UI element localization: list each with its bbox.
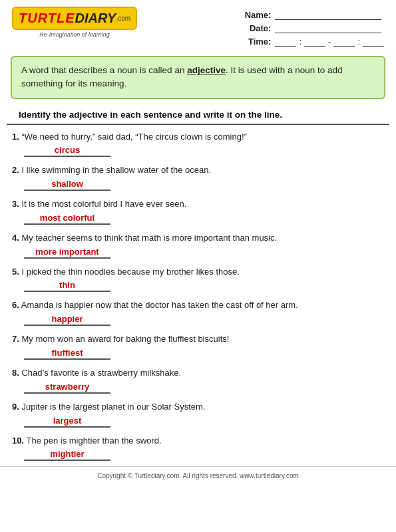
time-label: Time: xyxy=(244,37,271,47)
definition-intro: A word that describes a noun is called a… xyxy=(21,65,187,75)
date-line: Date: xyxy=(244,23,384,33)
question-item: 3. It is the most colorful bird I have e… xyxy=(12,195,384,225)
logo-diary: DIARY xyxy=(75,11,116,26)
answer-underline[interactable]: fluffiest xyxy=(24,348,110,360)
question-item: 7. My mom won an award for baking the fl… xyxy=(12,330,384,360)
time-colon-1: : xyxy=(299,37,301,47)
definition-keyword: adjective xyxy=(187,65,226,75)
definition-box: A word that describes a noun is called a… xyxy=(11,56,385,99)
question-item: 8. Chad’s favorite is a strawberry milks… xyxy=(12,364,384,394)
question-item: 1. “We need to hurry,” said dad, “The ci… xyxy=(12,128,384,158)
question-text: 5. I picked the thin noodles because my … xyxy=(12,263,384,279)
logo-com: .com xyxy=(116,15,130,22)
name-underline[interactable] xyxy=(275,9,381,20)
answer-underline[interactable]: more important xyxy=(24,247,110,259)
date-underline[interactable] xyxy=(275,23,381,33)
time-fields: : - : xyxy=(275,36,384,47)
time-seg-1[interactable] xyxy=(275,36,296,47)
question-text: 10. The pen is mightier than the sword. xyxy=(12,432,384,448)
question-text: 9. Jupiter is the largest planet in our … xyxy=(12,398,384,414)
time-seg-3[interactable] xyxy=(333,36,355,47)
question-item: 6. Amanda is happier now that the doctor… xyxy=(12,296,384,326)
answer-line: shallow xyxy=(12,179,384,191)
question-number: 8. xyxy=(12,368,19,378)
instruction-text: Identify the adjective in each sentence … xyxy=(7,104,389,125)
form-fields: Name: Date: Time: : - : xyxy=(244,7,384,47)
questions-list: 1. “We need to hurry,” said dad, “The ci… xyxy=(0,125,396,462)
question-text: 3. It is the most colorful bird I have e… xyxy=(12,195,384,211)
question-text: 4. My teacher seems to think that math i… xyxy=(12,229,384,245)
answer-line: more important xyxy=(12,247,384,259)
question-number: 2. xyxy=(12,165,19,175)
answer-text: happier xyxy=(52,314,83,324)
answer-text: circus xyxy=(55,145,80,155)
question-text: 8. Chad’s favorite is a strawberry milks… xyxy=(12,364,384,380)
question-text: 6. Amanda is happier now that the doctor… xyxy=(12,296,384,313)
time-colon-2: : xyxy=(357,37,360,47)
question-item: 9. Jupiter is the largest planet in our … xyxy=(12,398,384,428)
answer-underline[interactable]: happier xyxy=(24,314,110,326)
answer-underline[interactable]: largest xyxy=(24,416,110,428)
answer-line: happier xyxy=(12,314,384,326)
answer-text: thin xyxy=(59,280,75,290)
footer-text: Copyright © Turtlediary.com. All rights … xyxy=(0,466,396,483)
answer-line: fluffiest xyxy=(12,348,384,360)
time-dash: - xyxy=(328,37,331,47)
question-number: 6. xyxy=(12,300,19,310)
answer-text: most colorful xyxy=(40,213,95,223)
question-text: 7. My mom won an award for baking the fl… xyxy=(12,330,384,346)
answer-line: largest xyxy=(12,416,384,428)
answer-line: circus xyxy=(12,145,384,157)
answer-text: largest xyxy=(53,416,82,426)
answer-text: fluffiest xyxy=(52,348,83,358)
answer-text: more important xyxy=(35,247,99,257)
answer-line: strawberry xyxy=(12,382,384,394)
question-number: 1. xyxy=(12,132,19,142)
question-number: 3. xyxy=(12,199,19,209)
time-seg-2[interactable] xyxy=(304,36,325,47)
question-number: 7. xyxy=(12,334,19,344)
question-item: 5. I picked the thin noodles because my … xyxy=(12,263,384,293)
answer-underline[interactable]: circus xyxy=(24,145,110,157)
answer-line: thin xyxy=(12,280,384,292)
question-item: 4. My teacher seems to think that math i… xyxy=(12,229,384,259)
time-line: Time: : - : xyxy=(244,36,384,47)
page-header: TURTLE DIARY .com Re-Imagination of lear… xyxy=(0,0,396,51)
answer-line: most colorful xyxy=(12,213,384,225)
answer-line: mightier xyxy=(12,449,384,461)
answer-underline[interactable]: mightier xyxy=(24,449,110,461)
question-item: 10. The pen is mightier than the sword.m… xyxy=(12,432,384,462)
question-number: 9. xyxy=(12,402,19,412)
answer-underline[interactable]: strawberry xyxy=(24,382,110,394)
answer-underline[interactable]: most colorful xyxy=(24,213,110,225)
question-item: 2. I like swimming in the shallow water … xyxy=(12,161,384,191)
date-label: Date: xyxy=(244,23,271,33)
logo-turtle: TURTLE xyxy=(19,11,75,26)
logo-tagline: Re-Imagination of learning xyxy=(39,31,110,38)
logo-area: TURTLE DIARY .com Re-Imagination of lear… xyxy=(12,7,137,38)
answer-text: mightier xyxy=(50,449,84,459)
question-text: 2. I like swimming in the shallow water … xyxy=(12,161,384,178)
name-label: Name: xyxy=(244,10,271,20)
question-number: 5. xyxy=(12,267,19,277)
answer-underline[interactable]: thin xyxy=(24,280,110,292)
logo-box: TURTLE DIARY .com xyxy=(12,7,137,30)
name-line: Name: xyxy=(244,9,384,20)
answer-text: shallow xyxy=(51,179,83,189)
time-seg-4[interactable] xyxy=(363,36,384,47)
question-number: 10. xyxy=(12,436,24,446)
answer-underline[interactable]: shallow xyxy=(24,179,110,191)
question-number: 4. xyxy=(12,233,19,243)
answer-text: strawberry xyxy=(45,382,89,392)
question-text: 1. “We need to hurry,” said dad, “The ci… xyxy=(12,128,384,144)
